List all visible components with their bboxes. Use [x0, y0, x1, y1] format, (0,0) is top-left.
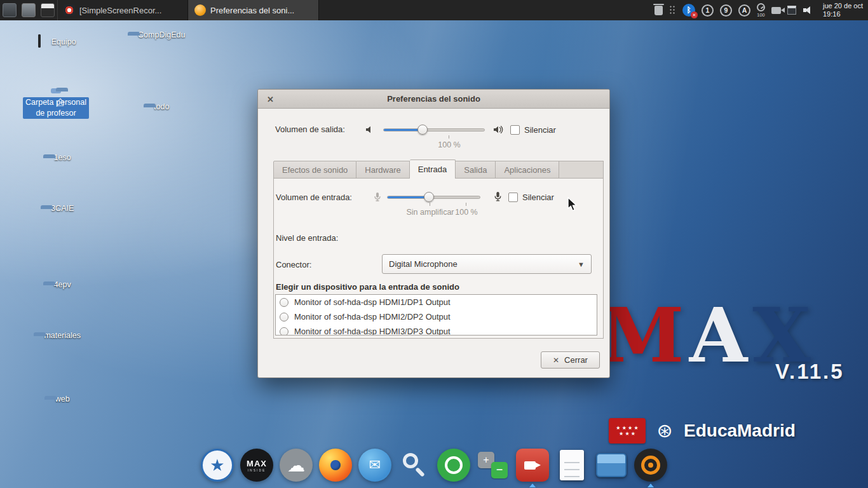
device-row[interactable]: Monitor of sof-hda-dsp HDMI3/DP3 Output	[276, 324, 597, 336]
clock[interactable]: jue 20 de oct 19:16	[820, 2, 863, 18]
educamadrid-branding: ★ ★ ★ ★ ★ ★ ★ ⊛ EducaMadrid	[609, 418, 796, 444]
desktop-icon-web[interactable]: web	[20, 393, 92, 405]
cloud-icon[interactable]: ☁	[280, 449, 313, 482]
max-inside-icon[interactable]: MAX INSIDE	[240, 449, 273, 482]
max-version-label: V.11.5	[775, 360, 844, 384]
input-level-label: Nivel de entrada:	[276, 233, 338, 243]
indicator-1-icon[interactable]: 1	[702, 4, 714, 17]
connector-label: Conector:	[276, 260, 311, 269]
input-device-list[interactable]: Monitor of sof-hda-dsp HDMI1/DP1 Output …	[275, 294, 597, 336]
desktop-icon-3caie[interactable]: 3CAIE	[20, 202, 92, 214]
connector-dropdown[interactable]: Digital Microphone ▼	[382, 254, 592, 274]
tab-entrada[interactable]: Entrada	[410, 159, 456, 179]
tab-bar: Efectos de sonido Hardware Entrada Salid…	[273, 159, 604, 179]
envelope-glyph: ✉	[369, 457, 381, 473]
tab-aplicaciones[interactable]: Aplicaciones	[496, 161, 559, 179]
radio-button[interactable]	[280, 298, 288, 307]
camera-icon[interactable]	[771, 7, 781, 14]
taskbar-item-screenrecorder[interactable]: [SimpleScreenRecor...	[57, 0, 188, 20]
zoom-tools-icon[interactable]: + −	[477, 449, 510, 482]
running-indicator	[648, 484, 654, 487]
output-volume-slider[interactable]	[383, 125, 485, 135]
tab-salida[interactable]: Salida	[456, 161, 496, 179]
terminal-icon[interactable]	[41, 3, 55, 17]
taskbar-item-label: Preferencias del soni...	[210, 6, 294, 15]
media-player-icon[interactable]	[634, 449, 667, 482]
drag-handle-icon[interactable]	[669, 5, 676, 15]
indicator-9-icon[interactable]: 9	[720, 4, 732, 17]
educamadrid-wordmark: EducaMadrid	[684, 421, 796, 441]
window-titlebar[interactable]: ✕ Preferencias del sonido	[258, 90, 609, 109]
input-volume-label: Volumen de entrada:	[276, 193, 352, 202]
volume-icon[interactable]	[803, 5, 814, 15]
slider-tick	[466, 203, 466, 206]
computer-icon	[38, 34, 41, 48]
desktop-icon-materiales[interactable]: materiales	[20, 329, 92, 341]
slider-handle[interactable]	[417, 125, 428, 135]
firefox-icon[interactable]	[319, 449, 352, 482]
document-icon[interactable]	[555, 449, 588, 482]
close-button[interactable]: ✕ Cerrar	[541, 351, 600, 369]
window-icon-2[interactable]	[22, 3, 36, 17]
input-100-label: 100 %	[448, 208, 485, 217]
max-letter-a: A	[689, 291, 753, 379]
desktop-icon-label: 3CAIE	[48, 203, 76, 214]
bluetooth-icon[interactable]: ᛒ ✕	[682, 4, 695, 17]
desktop-icon-todo[interactable]: todo	[119, 100, 191, 112]
star-badge-icon[interactable]: ★	[201, 449, 234, 482]
desktop-icon-home-folder[interactable]: Carpeta personal de profesor	[20, 85, 92, 119]
device-row[interactable]: Monitor of sof-hda-dsp HDMI2/DP2 Output	[276, 309, 597, 324]
bluetooth-off-badge: ✕	[691, 11, 698, 18]
educamadrid-logo-icon: ⊛	[654, 421, 675, 441]
output-volume-label: Volumen de salida:	[275, 125, 345, 134]
dock: ★ MAX INSIDE ☁ ✉ + −	[201, 449, 667, 482]
input-volume-slider[interactable]	[387, 192, 480, 202]
window-close-button[interactable]: ✕	[263, 90, 278, 109]
microphone-icon	[492, 191, 503, 201]
running-indicator	[529, 484, 536, 487]
device-label: Monitor of sof-hda-dsp HDMI2/DP2 Output	[294, 312, 451, 322]
desktop-icon-4epv[interactable]: 4epv	[20, 278, 92, 290]
window-icon[interactable]	[3, 3, 17, 17]
devices-heading: Elegir un dispositivo para la entrada de…	[276, 282, 459, 292]
device-row[interactable]: Monitor of sof-hda-dsp HDMI1/DP1 Output	[276, 295, 597, 309]
sound-preferences-icon	[194, 4, 206, 16]
radio-button[interactable]	[280, 313, 288, 322]
video-recorder-icon[interactable]	[516, 449, 549, 482]
input-mute-checkbox[interactable]	[508, 193, 518, 202]
clock-date: jue 20 de oct	[823, 2, 863, 10]
radio-button[interactable]	[280, 327, 288, 336]
mail-icon[interactable]: ✉	[358, 449, 391, 482]
package-icon[interactable]	[787, 6, 796, 15]
star-glyph: ★	[210, 456, 224, 475]
microphone-low-icon	[372, 192, 383, 202]
desktop-icon-1eso[interactable]: 1eso	[20, 151, 92, 163]
desktop-icon-equipo[interactable]: Equipo	[20, 33, 92, 50]
tab-bar-filler	[559, 161, 604, 179]
tab-hardware[interactable]: Hardware	[356, 161, 409, 179]
output-mute-label: Silenciar	[524, 125, 556, 135]
desktop-icon-label: Equipo	[49, 37, 79, 48]
network-monitor-icon[interactable]: 100	[757, 3, 765, 18]
output-100-label: 100 %	[430, 140, 468, 149]
indicator-a-icon[interactable]: A	[738, 4, 750, 17]
close-icon: ✕	[553, 356, 559, 365]
close-button-label: Cerrar	[564, 355, 588, 365]
window-title: Preferencias del sonido	[387, 94, 480, 104]
display-icon[interactable]	[595, 449, 628, 482]
trash-icon[interactable]	[654, 6, 663, 15]
sound-preferences-window: ✕ Preferencias del sonido Volumen de sal…	[257, 89, 610, 378]
speaker-high-icon	[493, 125, 503, 135]
tab-efectos-de-sonido[interactable]: Efectos de sonido	[273, 161, 356, 179]
speaker-low-icon	[365, 125, 375, 135]
taskbar-item-sound-preferences[interactable]: Preferencias del soni...	[188, 0, 319, 20]
output-mute-checkbox[interactable]	[510, 125, 520, 135]
taskbar-item-label: [SimpleScreenRecor...	[79, 6, 161, 15]
slider-handle[interactable]	[424, 192, 434, 202]
flag-stars: ★ ★ ★ ★	[616, 425, 638, 431]
top-panel: [SimpleScreenRecor... Preferencias del s…	[0, 0, 868, 20]
camera-aperture-icon[interactable]	[437, 449, 470, 482]
desktop-icon-compdigedu[interactable]: CompDigEdu	[119, 29, 191, 41]
connector-value: Digital Microphone	[389, 259, 458, 269]
search-icon[interactable]	[398, 449, 431, 482]
